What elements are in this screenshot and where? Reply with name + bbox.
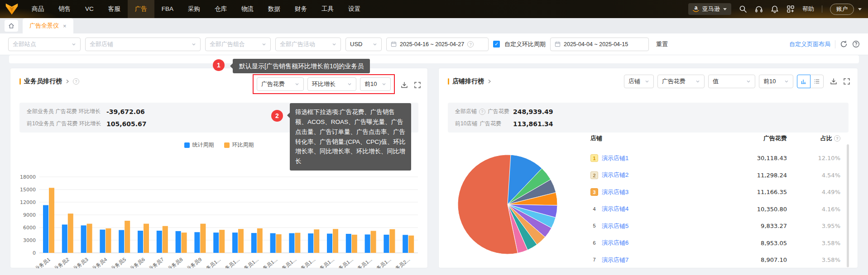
- bar-环比周期: [371, 231, 376, 253]
- shop-name-link[interactable]: 演示店铺4: [602, 205, 628, 213]
- x-axis-tick-label: 业务员9: [185, 256, 202, 268]
- chevron-down-icon: [784, 79, 789, 84]
- rank-badge: 3: [590, 188, 598, 196]
- bar-统计周期: [138, 231, 143, 253]
- shop-name-link[interactable]: 演示店铺5: [602, 222, 628, 230]
- shop-topn-value: 前10: [763, 77, 776, 85]
- nav-item-设置[interactable]: 设置: [341, 0, 368, 18]
- download-icon[interactable]: [401, 81, 408, 89]
- home-icon: [8, 23, 14, 29]
- shop-topn-select[interactable]: 前10: [759, 75, 793, 88]
- question-circle-icon: ?: [467, 41, 474, 47]
- nav-item-商品[interactable]: 商品: [24, 0, 51, 18]
- x-axis-tick-label: 业务员7: [148, 256, 165, 268]
- list-view-toggle[interactable]: [810, 75, 824, 88]
- help-link[interactable]: 帮助: [802, 5, 814, 13]
- chart-view-toggle[interactable]: [797, 75, 810, 88]
- site-select[interactable]: 全部站点: [8, 38, 81, 51]
- apps-grid-icon[interactable]: [786, 5, 795, 13]
- reset-button[interactable]: 重置: [656, 40, 668, 48]
- close-icon[interactable]: ×: [63, 23, 67, 29]
- salesperson-panel-title[interactable]: 业务员排行榜 ?: [19, 77, 79, 85]
- shop-name-link[interactable]: 演示店铺1: [602, 154, 628, 162]
- bell-icon[interactable]: [771, 5, 779, 13]
- account-button[interactable]: 账户: [830, 4, 854, 15]
- bar-统计周期: [251, 233, 257, 253]
- custom-layout-link[interactable]: 自定义页面布局: [789, 40, 830, 48]
- headset-icon[interactable]: [755, 5, 763, 13]
- shop-metric-select[interactable]: 广告花费: [657, 75, 705, 88]
- column-header-ratio: 占比 ?: [787, 134, 840, 142]
- search-icon[interactable]: [739, 5, 747, 13]
- rank-badge: 1: [590, 154, 598, 162]
- table-scrollbar[interactable]: [847, 144, 849, 267]
- nav-item-仓库[interactable]: 仓库: [207, 0, 234, 18]
- annotation-badge-1: 1: [213, 59, 225, 71]
- page-title: 店铺排行榜: [452, 77, 484, 85]
- custom-compare-checkbox[interactable]: ✓: [493, 41, 500, 47]
- stat-value: 113,861.34: [513, 120, 553, 128]
- currency-value: USD: [350, 41, 362, 47]
- top-navbar: 商品销售VC客服广告FBA采购仓库物流数据财务工具设置 a 亚马逊 帮助: [0, 0, 868, 18]
- nav-item-广告[interactable]: 广告: [128, 0, 154, 18]
- currency-select[interactable]: USD: [345, 38, 382, 51]
- chevron-down-icon: [645, 79, 649, 84]
- expand-icon[interactable]: [843, 78, 850, 85]
- portfolio-select[interactable]: 全部广告组合: [205, 38, 271, 51]
- chevron-right-icon[interactable]: [487, 79, 492, 84]
- bar-统计周期: [346, 234, 351, 253]
- table-row: 6演示店铺68,953.053.58%: [590, 235, 840, 252]
- chevron-right-icon[interactable]: [65, 79, 70, 84]
- metric-select[interactable]: 广告花费: [257, 77, 304, 91]
- shop-name-link[interactable]: 演示店铺3: [602, 188, 628, 196]
- dimension-select[interactable]: 店铺: [624, 75, 654, 88]
- ratio-cell: 3.58%: [787, 240, 840, 247]
- x-axis-tick-label: 业务员1...: [333, 256, 354, 268]
- topn-select[interactable]: 前10: [360, 77, 391, 91]
- tab-label: 广告全景仪: [29, 22, 59, 30]
- shop-panel-title[interactable]: 店铺排行榜: [448, 77, 492, 85]
- x-axis-tick-label: 业务员1...: [296, 256, 316, 268]
- rank-badge: 5: [590, 222, 598, 230]
- tab-ad-panorama[interactable]: 广告全景仪 ×: [23, 18, 73, 33]
- nav-item-数据[interactable]: 数据: [261, 0, 288, 18]
- marketplace-switcher[interactable]: a 亚马逊: [688, 3, 731, 15]
- legend-item-统计周期[interactable]: 统计周期: [184, 141, 214, 149]
- shop-name-link[interactable]: 演示店铺7: [602, 256, 628, 264]
- x-axis-tick-label: 业务员6: [129, 256, 146, 268]
- chevron-down-icon: [695, 79, 700, 84]
- compare-mode-select[interactable]: 环比增长: [307, 77, 356, 91]
- nav-item-物流[interactable]: 物流: [234, 0, 261, 18]
- nav-item-采购[interactable]: 采购: [181, 0, 207, 18]
- nav-item-销售[interactable]: 销售: [51, 0, 78, 18]
- column-header-spend: 广告花费: [703, 134, 787, 142]
- nav-item-FBA[interactable]: FBA: [154, 0, 181, 18]
- stat-label: 前10店铺 广告花费: [455, 120, 513, 128]
- date-range-picker[interactable]: 2025-04-16 ~ 2025-04-27 ?: [386, 38, 489, 51]
- store-select[interactable]: 全部店铺: [85, 38, 201, 51]
- value-mode-select[interactable]: 值: [708, 75, 755, 88]
- bar-统计周期: [403, 235, 408, 253]
- page-help-icon[interactable]: [852, 40, 860, 48]
- stat-label: 前10业务员 广告花费 环比增长: [27, 120, 106, 128]
- campaign-select[interactable]: 全部广告活动: [275, 38, 341, 51]
- nav-item-财务[interactable]: 财务: [288, 0, 314, 18]
- bar-统计周期: [289, 233, 294, 253]
- brand-logo-icon[interactable]: [5, 2, 19, 16]
- nav-item-工具[interactable]: 工具: [314, 0, 341, 18]
- download-icon[interactable]: [830, 78, 837, 85]
- shop-name-link[interactable]: 演示店铺6: [602, 239, 628, 247]
- shop-ranking-panel: 店铺排行榜 店铺 广告花费 值 前10: [438, 68, 858, 268]
- nav-item-VC[interactable]: VC: [78, 0, 101, 18]
- shop-name-link[interactable]: 演示店铺2: [602, 171, 628, 179]
- legend-item-环比周期[interactable]: 环比周期: [224, 141, 254, 149]
- stat-value: -39,672.06: [106, 108, 145, 115]
- topn-value: 前10: [364, 80, 377, 88]
- legend-swatch: [224, 142, 230, 148]
- refresh-icon[interactable]: [840, 40, 848, 48]
- nav-item-客服[interactable]: 客服: [101, 0, 128, 18]
- compare-date-range-picker[interactable]: 2025-04-04 ~ 2025-04-15: [550, 38, 649, 51]
- home-button[interactable]: [5, 20, 18, 32]
- expand-icon[interactable]: [414, 81, 421, 89]
- store-select-value: 全部店铺: [90, 40, 113, 48]
